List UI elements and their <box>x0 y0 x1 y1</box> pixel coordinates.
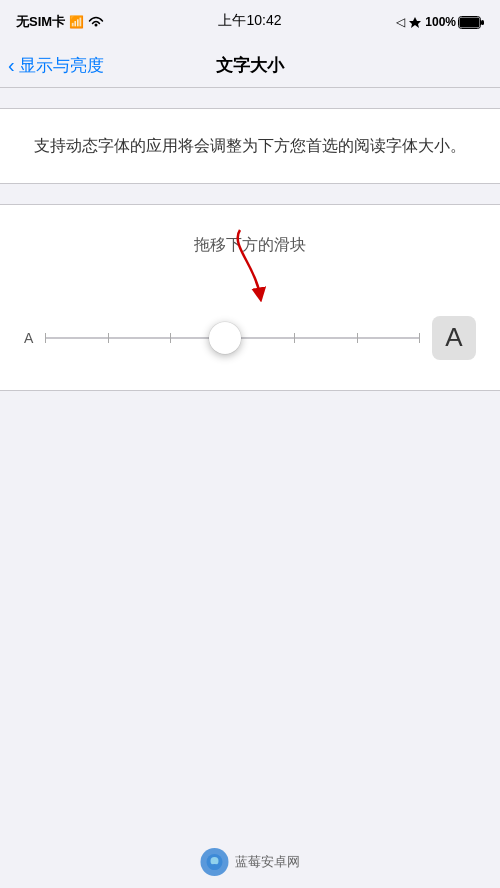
svg-point-6 <box>211 857 219 865</box>
back-button[interactable]: ‹ 显示与亮度 <box>8 54 104 77</box>
description-text: 支持动态字体的应用将会调整为下方您首选的阅读字体大小。 <box>32 133 468 159</box>
description-card: 支持动态字体的应用将会调整为下方您首选的阅读字体大小。 <box>0 108 500 184</box>
sim-icon: 📶 <box>69 15 84 29</box>
tick-1 <box>45 333 46 343</box>
slider-label-large: A <box>432 316 476 360</box>
battery: 100% <box>425 15 484 29</box>
carrier-text: 无SIM卡 <box>16 13 65 31</box>
main-content: 支持动态字体的应用将会调整为下方您首选的阅读字体大小。 拖移下方的滑块 <box>0 88 500 411</box>
status-right: ◁ 100% <box>396 15 484 29</box>
status-time: 上午10:42 <box>218 12 281 30</box>
svg-point-7 <box>210 864 220 870</box>
svg-marker-0 <box>409 17 421 28</box>
carrier-wifi: 无SIM卡 📶 <box>16 13 104 31</box>
slider-thumb[interactable] <box>209 322 241 354</box>
svg-rect-3 <box>481 20 484 25</box>
back-chevron-icon: ‹ <box>8 55 15 75</box>
tick-2 <box>108 333 109 343</box>
status-bar: 无SIM卡 📶 上午10:42 ◁ 100% <box>0 0 500 44</box>
tick-7 <box>419 333 420 343</box>
battery-percent: 100% <box>425 15 456 29</box>
watermark-logo <box>201 848 229 876</box>
wifi-icon <box>88 16 104 28</box>
tick-5 <box>294 333 295 343</box>
tick-6 <box>357 333 358 343</box>
nav-bar: ‹ 显示与亮度 文字大小 <box>0 44 500 88</box>
font-size-slider-row: A <box>20 316 480 360</box>
back-label: 显示与亮度 <box>19 54 104 77</box>
slider-track-wrapper[interactable] <box>45 316 420 360</box>
svg-rect-2 <box>460 17 480 27</box>
drag-hint-text: 拖移下方的滑块 <box>20 235 480 256</box>
page-title: 文字大小 <box>216 54 284 77</box>
slider-label-small: A <box>24 330 33 346</box>
slider-section: 拖移下方的滑块 A <box>0 204 500 391</box>
watermark-text: 蓝莓安卓网 <box>235 853 300 871</box>
signal-icon <box>409 16 421 28</box>
watermark: 蓝莓安卓网 <box>201 848 300 876</box>
tick-3 <box>170 333 171 343</box>
location-icon: ◁ <box>396 15 405 29</box>
